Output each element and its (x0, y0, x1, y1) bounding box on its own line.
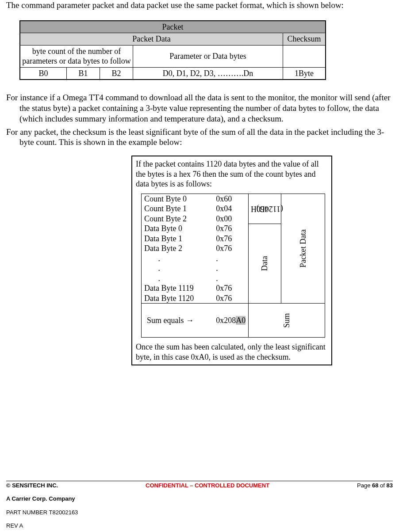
footer-copyright: © SENSITECH INC. (6, 482, 58, 489)
byte-value: 0x76 (213, 224, 249, 234)
byte-value: 0x76 (213, 293, 249, 304)
b1-cell: B1 (67, 67, 100, 80)
byte-label: Count Byte 0 (142, 194, 214, 204)
example-lead-text: If the packet contains 1120 data bytes a… (132, 156, 332, 192)
byte-label: Data Byte 1120 (142, 293, 214, 304)
byte-value: . (213, 263, 249, 274)
example-bytes-table: Count Byte 0 0x60 460H(1120D) Packet Dat… (141, 194, 325, 338)
byte-value: 0x76 (213, 243, 249, 254)
footer-confidential: CONFIDENTIAL – CONTROLLED DOCUMENT (146, 482, 269, 489)
footer-page-number: Page 68 of 83 (357, 482, 393, 489)
intro-text: The command parameter packet and data pa… (6, 0, 393, 11)
packet-data-header: Packet Data (20, 33, 283, 46)
byte-label: . (142, 274, 214, 284)
data-bytes-cell: D0, D1, D2, D3, ……….Dn (133, 67, 283, 80)
byte-label: Data Byte 1 (142, 234, 214, 244)
byte-value: 0x00 (213, 214, 249, 224)
packet-data-bracket-label: Packet Data (281, 194, 325, 304)
sum-label: Sum equals → (142, 304, 214, 338)
byte-count-desc: byte count of the number of parameters o… (20, 45, 133, 67)
byte-value: 0x60 (213, 194, 249, 204)
sum-bracket-label: Sum (249, 304, 325, 338)
byte-value: . (213, 274, 249, 284)
byte-value: 0x76 (213, 234, 249, 244)
footer-company: A Carrier Corp. Company (6, 495, 393, 502)
byte-label: Data Byte 0 (142, 224, 214, 234)
paragraph-3: For any packet, the checksum is the leas… (6, 127, 393, 148)
byte-label: Count Byte 1 (142, 204, 214, 214)
data-bracket-label: Data (249, 224, 281, 304)
checksum-header: Checksum (283, 33, 326, 46)
packet-format-table: Packet Packet Data Checksum byte count o… (19, 20, 326, 80)
page-footer: © SENSITECH INC. CONFIDENTIAL – CONTROLL… (6, 481, 393, 529)
checksum-example-box: If the packet contains 1120 data bytes a… (131, 156, 332, 365)
example-trail-text: Once the sum has been calculated, only t… (132, 339, 332, 365)
byte-label: Data Byte 1119 (142, 283, 214, 293)
byte-value: 0x76 (213, 283, 249, 293)
checksum-cell-blank (283, 45, 326, 67)
byte-value: . (213, 254, 249, 264)
byte-label: Count Byte 2 (142, 214, 214, 224)
byte-label: . (142, 263, 214, 274)
b0-cell: B0 (20, 67, 67, 80)
byte-label: Data Byte 2 (142, 243, 214, 254)
footer-part-number: PART NUMBER T82002163 (6, 509, 393, 516)
byte-label: . (142, 254, 214, 264)
packet-title: Packet (20, 21, 326, 33)
sum-value: 0x208A0 (213, 304, 249, 338)
param-or-data-desc: Parameter or Data bytes (133, 45, 283, 67)
checksum-size-cell: 1Byte (283, 67, 326, 80)
count-bracket-label: 460H(1120D) (249, 194, 281, 224)
paragraph-2: For instance if a Omega TT4 command to d… (6, 92, 393, 124)
b2-cell: B2 (100, 67, 133, 80)
footer-rev: REV A (6, 522, 393, 529)
byte-value: 0x04 (213, 204, 249, 214)
